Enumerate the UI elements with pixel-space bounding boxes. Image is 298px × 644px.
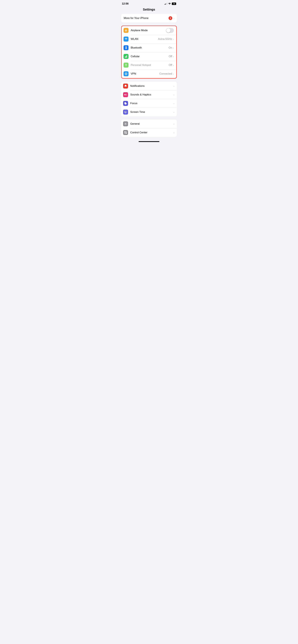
home-bar [138,141,160,142]
vpn-value: Connected [160,72,172,75]
more-label: More for Your iPhone [124,16,169,20]
status-icons: 76 [165,2,176,5]
hotspot-label: Personal Hotspot [131,64,169,67]
wlan-row[interactable]: WLAN Avina-5GHz › [122,35,176,44]
battery-indicator: 76 [172,2,176,5]
sounds-row[interactable]: Sounds & Haptics › [121,90,177,99]
airplane-mode-toggle-knob [166,28,171,32]
cellular-row[interactable]: Cellular Off › [122,52,176,61]
svg-rect-17 [126,132,127,132]
controlcenter-chevron-icon: › [174,131,174,134]
screentime-label: Screen Time [130,110,174,114]
signal-bars-icon [165,3,167,5]
more-badge: 3 [169,16,172,20]
svg-point-15 [125,124,126,124]
general-section: General › Control Center › [121,120,177,137]
notifications-svg-icon [124,84,127,88]
cellular-value: Off [169,55,172,58]
airplane-mode-row[interactable]: Airplane Mode [122,26,176,35]
bluetooth-chevron-icon: › [173,46,174,49]
network-section: Airplane Mode WLAN Avina-5GHz › [121,26,177,78]
svg-rect-6 [127,55,127,58]
sounds-icon [123,92,128,97]
more-chevron-icon: › [174,17,174,20]
vpn-chevron-icon: › [173,72,174,75]
airplane-mode-label: Airplane Mode [131,29,166,32]
wifi-status-icon [168,3,171,5]
svg-rect-19 [126,133,127,134]
airplane-mode-icon [123,28,128,33]
hotspot-value: Off [169,64,172,67]
hotspot-svg-icon [124,64,127,67]
hotspot-row[interactable]: Personal Hotspot Off › [122,61,176,70]
bluetooth-label: Bluetooth [131,46,169,49]
home-indicator [119,140,179,145]
wifi-svg-icon [124,38,127,40]
sounds-chevron-icon: › [174,94,174,96]
screentime-icon [123,110,128,114]
bluetooth-row[interactable]: Bluetooth On › [122,44,176,52]
screentime-chevron-icon: › [174,111,174,114]
wlan-value: Avina-5GHz [158,38,172,40]
airplane-svg-icon [124,29,127,32]
cellular-label: Cellular [131,55,169,58]
page-title: Settings [119,6,179,14]
wlan-icon [123,36,128,42]
svg-rect-13 [125,112,125,112]
hotspot-icon [123,62,128,68]
focus-chevron-icon: › [174,102,174,105]
control-center-svg-icon [124,131,127,134]
general-chevron-icon: › [174,122,174,125]
bluetooth-icon [123,45,128,50]
screentime-svg-icon [124,110,127,114]
vpn-label: VPN [131,72,160,75]
focus-row[interactable]: Focus › [121,99,177,108]
status-time: 12:56 [122,2,128,5]
svg-rect-16 [124,132,125,132]
system-section: Notifications › Sounds & Haptics › Focus… [121,82,177,116]
vpn-row[interactable]: VPN Connected › [122,70,176,78]
bluetooth-value: On [169,46,172,49]
cellular-chevron-icon: › [173,55,174,58]
controlcenter-label: Control Center [130,131,174,134]
more-row[interactable]: More for Your iPhone 3 › [121,14,177,22]
bluetooth-svg-icon [125,46,127,49]
svg-rect-18 [124,133,125,134]
notifications-icon [123,84,128,88]
cellular-icon [123,54,128,59]
status-bar: 12:56 76 [119,0,179,6]
more-section: More for Your iPhone 3 › [121,14,177,22]
focus-svg-icon [124,102,127,105]
sounds-svg-icon [124,93,127,96]
gear-icon [124,122,127,126]
svg-rect-14 [125,112,126,112]
general-icon [123,121,128,126]
svg-rect-5 [126,56,126,58]
controlcenter-icon [123,130,128,135]
screentime-row[interactable]: Screen Time › [121,108,177,116]
airplane-mode-toggle[interactable] [166,28,174,33]
sounds-label: Sounds & Haptics [130,93,174,96]
notifications-label: Notifications [130,84,174,88]
general-row[interactable]: General › [121,120,177,128]
vpn-svg-icon [124,72,127,75]
svg-rect-3 [125,57,125,58]
vpn-icon [123,71,128,76]
notifications-row[interactable]: Notifications › [121,82,177,90]
svg-rect-4 [125,56,126,58]
notifications-chevron-icon: › [174,85,174,88]
focus-icon [123,101,128,106]
controlcenter-row[interactable]: Control Center › [121,128,177,137]
cellular-svg-icon [124,55,127,58]
general-label: General [130,122,174,126]
hotspot-chevron-icon: › [173,64,174,66]
focus-label: Focus [130,102,174,105]
svg-point-7 [126,65,126,66]
svg-point-11 [125,103,126,104]
wlan-chevron-icon: › [173,38,174,40]
wlan-label: WLAN [131,38,158,40]
